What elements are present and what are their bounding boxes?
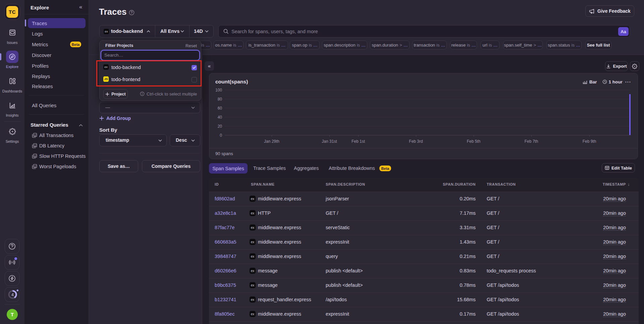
svg-text:4: 4	[11, 293, 14, 297]
